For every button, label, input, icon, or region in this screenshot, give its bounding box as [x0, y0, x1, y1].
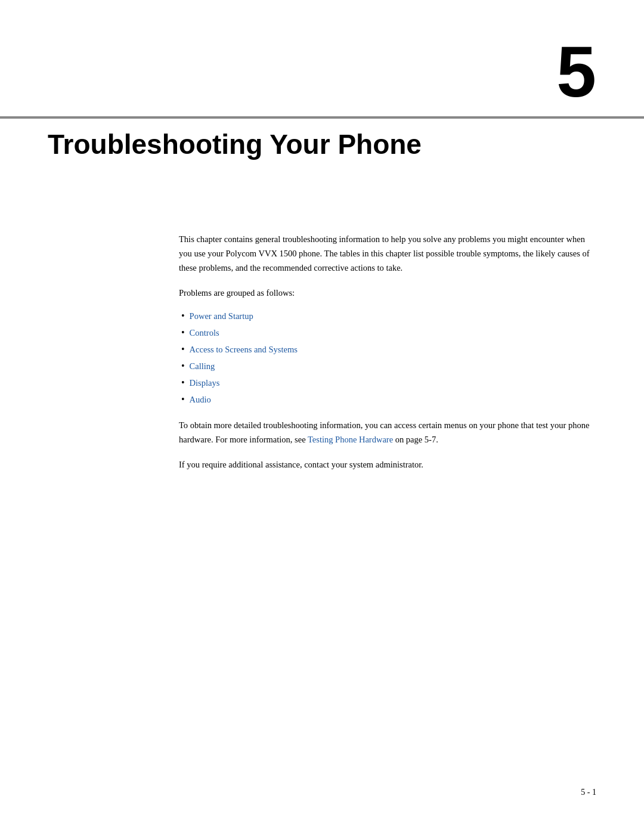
list-item: • Calling — [179, 358, 596, 374]
chapter-rule — [0, 116, 644, 119]
intro-paragraph: This chapter contains general troublesho… — [179, 233, 596, 275]
list-item: • Access to Screens and Systems — [179, 341, 596, 358]
power-startup-link[interactable]: Power and Startup — [190, 309, 253, 324]
page: 5 Troubleshooting Your Phone This chapte… — [0, 0, 644, 833]
displays-link[interactable]: Displays — [190, 376, 220, 391]
topics-list: • Power and Startup • Controls • Access … — [179, 308, 596, 408]
chapter-number: 5 — [556, 36, 596, 107]
calling-link[interactable]: Calling — [190, 359, 215, 374]
more-info-paragraph: To obtain more detailed troubleshooting … — [179, 419, 596, 447]
list-item: • Power and Startup — [179, 308, 596, 324]
bullet-dot: • — [181, 308, 185, 324]
list-item: • Controls — [179, 324, 596, 341]
bullet-dot: • — [181, 374, 185, 391]
list-item: • Audio — [179, 391, 596, 408]
content-area: This chapter contains general troublesho… — [179, 233, 596, 482]
more-info-after: on page 5-7. — [393, 435, 438, 444]
testing-hardware-link[interactable]: Testing Phone Hardware — [308, 435, 393, 444]
bullet-dot: • — [181, 324, 185, 341]
bullet-dot: • — [181, 341, 185, 358]
bullet-dot: • — [181, 358, 185, 374]
additional-help-paragraph: If you require additional assistance, co… — [179, 458, 596, 472]
chapter-title: Troubleshooting Your Phone — [48, 128, 596, 161]
bullet-dot: • — [181, 391, 185, 408]
access-screens-link[interactable]: Access to Screens and Systems — [190, 342, 298, 357]
controls-link[interactable]: Controls — [190, 326, 219, 340]
list-item: • Displays — [179, 374, 596, 391]
page-number: 5 - 1 — [581, 788, 596, 797]
problems-intro: Problems are grouped as follows: — [179, 286, 596, 301]
audio-link[interactable]: Audio — [190, 392, 211, 407]
